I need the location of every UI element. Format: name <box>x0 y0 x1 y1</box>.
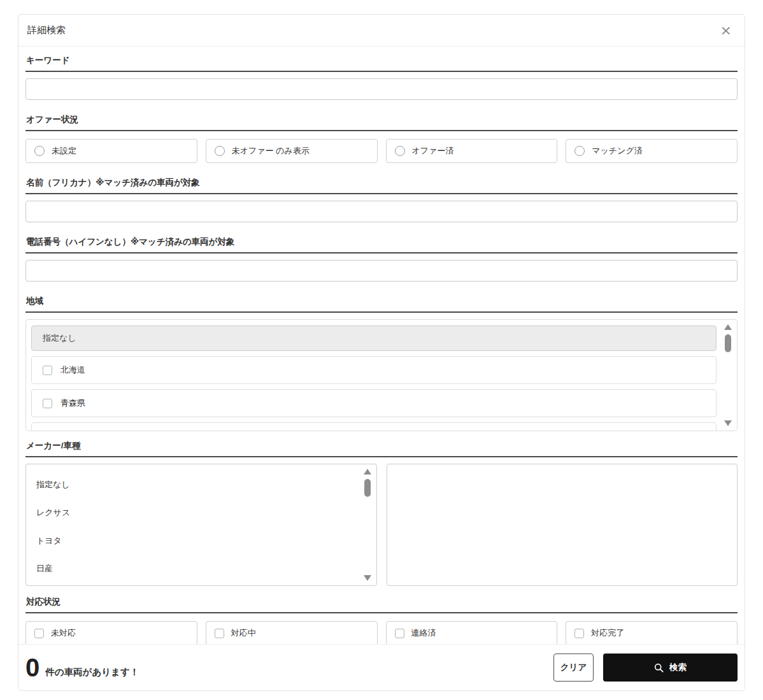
checkbox-icon[interactable] <box>43 399 52 408</box>
checkbox-icon[interactable] <box>34 629 44 638</box>
region-option-label: 北海道 <box>61 364 85 376</box>
radio-option-offered[interactable]: オファー済 <box>386 139 558 163</box>
name-input[interactable] <box>25 201 738 222</box>
maker-listbox: 指定なし レクサス トヨタ 日産 <box>25 464 377 586</box>
checkbox-option-label: 未対応 <box>51 627 76 639</box>
response-status-label: 対応状況 <box>25 596 738 613</box>
search-button[interactable]: 検索 <box>603 654 738 682</box>
search-icon <box>654 663 664 673</box>
maker-option-toyota[interactable]: トヨタ <box>35 527 355 555</box>
maker-option-label: 指定なし <box>36 479 70 490</box>
checkbox-option-contacted[interactable]: 連絡済 <box>386 621 558 645</box>
checkbox-option-completed[interactable]: 対応完了 <box>566 621 738 645</box>
maker-option-label: 日産 <box>36 563 53 575</box>
radio-option-label: 未オファー のみ表示 <box>232 145 310 157</box>
scroll-down-icon[interactable] <box>724 420 732 426</box>
close-icon[interactable]: × <box>717 22 736 39</box>
scroll-down-icon[interactable] <box>364 575 371 581</box>
name-label: 名前（フリカナ）※マッチ済みの車両が対象 <box>25 177 738 194</box>
region-option-none[interactable]: 指定なし <box>31 325 717 351</box>
region-option-label: 岩手県 <box>61 431 85 431</box>
maker-scrollbar[interactable] <box>363 469 372 581</box>
phone-input[interactable] <box>25 260 738 282</box>
radio-option-not-offered[interactable]: 未オファー のみ表示 <box>206 139 378 163</box>
region-option-aomori[interactable]: 青森県 <box>31 389 717 417</box>
radio-icon[interactable] <box>215 146 225 156</box>
region-option-hokkaido[interactable]: 北海道 <box>31 356 717 384</box>
result-count-text: 件の車両があります！ <box>45 657 139 678</box>
scrollbar-thumb[interactable] <box>725 334 731 352</box>
region-option-label: 指定なし <box>43 332 76 344</box>
maker-label: メーカー/車種 <box>25 440 738 457</box>
radio-icon[interactable] <box>574 146 585 156</box>
maker-option-lexus[interactable]: レクサス <box>35 499 355 527</box>
checkbox-option-not-handled[interactable]: 未対応 <box>25 621 197 645</box>
checkbox-icon[interactable] <box>43 366 52 375</box>
checkbox-option-in-progress[interactable]: 対応中 <box>206 621 378 645</box>
radio-option-label: オファー済 <box>412 145 454 157</box>
modal-footer: 0 件の車両があります！ クリア 検索 <box>18 644 745 690</box>
maker-option-none[interactable]: 指定なし <box>35 471 355 499</box>
phone-label: 電話番号（ハイフンなし）※マッチ済みの車両が対象 <box>25 236 738 254</box>
maker-option-label: トヨタ <box>36 535 62 546</box>
keyword-input[interactable] <box>25 78 738 100</box>
advanced-search-modal: 詳細検索 × キーワード オファー状況 未設定 未オファー のみ表示 オファー済… <box>18 14 745 691</box>
region-scrollbar[interactable] <box>724 324 732 426</box>
search-button-label: 検索 <box>669 662 687 673</box>
checkbox-option-label: 対応完了 <box>591 627 624 639</box>
car-type-listbox <box>387 464 738 586</box>
checkbox-icon[interactable] <box>574 629 584 638</box>
modal-title: 詳細検索 <box>27 24 66 36</box>
modal-body: キーワード オファー状況 未設定 未オファー のみ表示 オファー済 マッチング済 <box>18 55 745 645</box>
region-option-iwate[interactable]: 岩手県 <box>31 422 717 431</box>
region-list: 指定なし 北海道 青森県 岩手県 <box>25 319 738 431</box>
maker-section: 指定なし レクサス トヨタ 日産 <box>25 464 738 586</box>
maker-option-label: レクサス <box>36 507 70 518</box>
radio-option-matched[interactable]: マッチング済 <box>566 139 738 163</box>
keyword-label: キーワード <box>25 55 738 72</box>
checkbox-option-label: 連絡済 <box>411 627 436 639</box>
scroll-up-icon[interactable] <box>724 324 732 330</box>
maker-option-nissan[interactable]: 日産 <box>35 555 355 583</box>
result-count: 0 <box>25 655 39 680</box>
modal-header: 詳細検索 × <box>18 15 745 46</box>
region-label: 地域 <box>25 296 738 313</box>
offer-status-options: 未設定 未オファー のみ表示 オファー済 マッチング済 <box>25 139 738 163</box>
region-option-label: 青森県 <box>61 397 85 409</box>
scroll-up-icon[interactable] <box>364 469 371 475</box>
checkbox-icon[interactable] <box>215 629 224 638</box>
clear-button[interactable]: クリア <box>553 654 594 682</box>
radio-icon[interactable] <box>34 146 45 156</box>
checkbox-option-label: 対応中 <box>231 627 256 639</box>
checkbox-icon[interactable] <box>395 629 404 638</box>
radio-option-unset[interactable]: 未設定 <box>25 139 197 163</box>
scrollbar-thumb[interactable] <box>364 479 371 497</box>
radio-option-label: 未設定 <box>52 145 76 157</box>
radio-option-label: マッチング済 <box>592 145 643 157</box>
radio-icon[interactable] <box>395 146 405 156</box>
offer-status-label: オファー状況 <box>25 114 738 131</box>
response-status-options: 未対応 対応中 連絡済 対応完了 <box>25 621 738 645</box>
